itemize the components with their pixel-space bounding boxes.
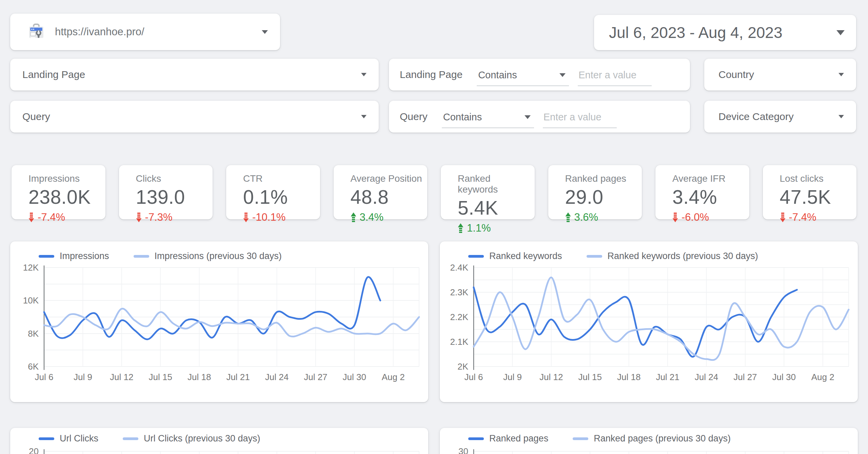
- scorecard-ranked-keywords: Ranked keywords 5.4K 1.1%: [441, 165, 535, 219]
- url-clicks-chart-card: Url Clicks Url Clicks (previous 30 days)…: [10, 428, 428, 454]
- legend-item-current[interactable]: Ranked keywords: [468, 251, 562, 261]
- metric-label: Ranked keywords: [458, 173, 531, 195]
- chevron-down-icon: [839, 115, 844, 118]
- svg-text:Jul 30: Jul 30: [772, 372, 796, 382]
- filter-label: Device Category: [718, 111, 839, 122]
- metric-delta: -7.3%: [145, 211, 173, 223]
- site-url-label: https://ivanhoe.pro/: [55, 26, 262, 38]
- scorecard-ranked-pages: Ranked pages 29.0 3.6%: [548, 165, 642, 219]
- metric-delta: -7.4%: [789, 211, 816, 223]
- legend-label: Ranked pages: [489, 433, 548, 444]
- svg-text:Aug 2: Aug 2: [811, 372, 834, 382]
- svg-text:8K: 8K: [28, 329, 39, 339]
- svg-text:2.1K: 2.1K: [450, 337, 469, 347]
- metric-delta: 3.6%: [574, 211, 598, 223]
- svg-text:Jul 27: Jul 27: [304, 372, 327, 382]
- svg-text:30: 30: [458, 446, 468, 454]
- svg-text:Jul 21: Jul 21: [226, 372, 250, 382]
- filter-label: Landing Page: [22, 69, 361, 80]
- legend-item-current[interactable]: Ranked pages: [468, 433, 548, 444]
- metric-delta: 3.4%: [360, 211, 384, 223]
- trend-down-icon: [243, 212, 249, 222]
- impressions-chart-card: Impressions Impressions (previous 30 day…: [10, 241, 428, 402]
- metric-delta: -6.0%: [682, 211, 709, 223]
- scorecard-lost-clicks: Lost clicks 47.5K -7.4%: [763, 165, 857, 219]
- ranked-pages-chart-card: Ranked pages Ranked pages (previous 30 d…: [440, 428, 858, 454]
- svg-text:Jul 21: Jul 21: [656, 372, 679, 382]
- query-condition-filter: Query Contains Enter a value: [389, 101, 690, 133]
- country-dropdown[interactable]: Country: [704, 59, 856, 91]
- metric-delta: 1.1%: [467, 222, 491, 234]
- scorecard-row: Impressions 238.0K -7.4% Clicks 139.0 -7…: [12, 165, 856, 219]
- legend-swatch: [587, 255, 602, 258]
- svg-text:Jul 18: Jul 18: [188, 372, 211, 382]
- legend-item-previous[interactable]: Url Clicks (previous 30 days): [123, 433, 260, 444]
- metric-label: CTR: [243, 173, 317, 184]
- svg-text:2.3K: 2.3K: [450, 287, 469, 297]
- filter-value-input[interactable]: Enter a value: [578, 70, 652, 86]
- metric-label: Average Position: [351, 173, 424, 184]
- chevron-down-icon: [361, 73, 367, 76]
- legend-item-current[interactable]: Url Clicks: [39, 433, 98, 444]
- legend-item-previous[interactable]: Ranked keywords (previous 30 days): [587, 251, 758, 261]
- svg-text:Jul 30: Jul 30: [343, 372, 366, 382]
- metric-value: 48.8: [351, 186, 424, 208]
- trend-up-icon: [458, 223, 463, 233]
- legend-label: Impressions: [60, 251, 109, 261]
- device-category-dropdown[interactable]: Device Category: [704, 101, 856, 133]
- filter-value-input[interactable]: Enter a value: [543, 112, 617, 128]
- legend-swatch: [39, 437, 54, 440]
- date-range-label: Jul 6, 2023 - Aug 4, 2023: [609, 23, 836, 42]
- query-dropdown[interactable]: Query: [10, 101, 379, 133]
- filter-operator-select[interactable]: Contains: [442, 112, 534, 128]
- impressions-line-chart: Jul 6Jul 9Jul 12Jul 15Jul 18Jul 21Jul 24…: [10, 262, 428, 387]
- svg-text:Jul 24: Jul 24: [265, 372, 289, 382]
- trend-down-icon: [672, 212, 678, 222]
- legend-label: Ranked pages (previous 30 days): [594, 433, 731, 444]
- url-clicks-line-chart: Jul 6Jul 9Jul 12Jul 15Jul 18Jul 21Jul 24…: [10, 446, 428, 454]
- chevron-down-icon: [839, 73, 844, 76]
- chart-legend: Impressions Impressions (previous 30 day…: [39, 251, 282, 261]
- legend-swatch: [39, 255, 54, 258]
- metric-value: 238.0K: [28, 186, 102, 208]
- svg-text:Jul 6: Jul 6: [465, 372, 483, 382]
- legend-swatch: [123, 437, 138, 440]
- svg-text:Jul 27: Jul 27: [733, 372, 757, 382]
- trend-down-icon: [780, 212, 786, 222]
- metric-value: 139.0: [136, 186, 210, 208]
- legend-swatch: [134, 255, 149, 258]
- svg-text:10K: 10K: [23, 295, 39, 305]
- svg-text:Jul 12: Jul 12: [539, 372, 563, 382]
- filter-operator-select[interactable]: Contains: [477, 70, 569, 86]
- trend-down-icon: [28, 212, 34, 222]
- ranked-keywords-chart-card: Ranked keywords Ranked keywords (previou…: [440, 241, 858, 402]
- landing-page-condition-filter: Landing Page Contains Enter a value: [389, 59, 690, 91]
- svg-text:2.2K: 2.2K: [450, 312, 469, 322]
- site-property-selector[interactable]: https://ivanhoe.pro/: [10, 14, 280, 50]
- metric-value: 0.1%: [243, 186, 317, 208]
- legend-item-previous[interactable]: Impressions (previous 30 days): [134, 251, 282, 261]
- filter-field-label: Query: [400, 111, 428, 122]
- svg-text:Jul 12: Jul 12: [110, 372, 133, 382]
- svg-text:20: 20: [29, 446, 39, 454]
- legend-label: Ranked keywords: [489, 251, 562, 261]
- trend-down-icon: [136, 212, 142, 222]
- legend-item-current[interactable]: Impressions: [39, 251, 109, 261]
- metric-delta: -10.1%: [252, 211, 285, 223]
- ranked-pages-line-chart: Jul 6Jul 9Jul 12Jul 15Jul 18Jul 21Jul 24…: [440, 446, 858, 454]
- chevron-down-icon: [361, 115, 367, 118]
- metric-label: Lost clicks: [780, 173, 853, 184]
- metric-value: 47.5K: [780, 186, 853, 208]
- search-console-icon: [28, 23, 45, 41]
- svg-text:Jul 9: Jul 9: [74, 372, 92, 382]
- chevron-down-icon: [262, 30, 268, 34]
- chevron-down-icon: [559, 73, 566, 77]
- landing-page-dropdown[interactable]: Landing Page: [10, 59, 379, 91]
- svg-text:Aug 2: Aug 2: [382, 372, 405, 382]
- operator-value: Contains: [478, 70, 517, 81]
- legend-swatch: [468, 437, 484, 440]
- legend-item-previous[interactable]: Ranked pages (previous 30 days): [573, 433, 731, 444]
- scorecard-average-ifr: Average IFR 3.4% -6.0%: [655, 165, 749, 219]
- date-range-picker[interactable]: Jul 6, 2023 - Aug 4, 2023: [594, 15, 856, 50]
- svg-text:Jul 6: Jul 6: [35, 372, 54, 382]
